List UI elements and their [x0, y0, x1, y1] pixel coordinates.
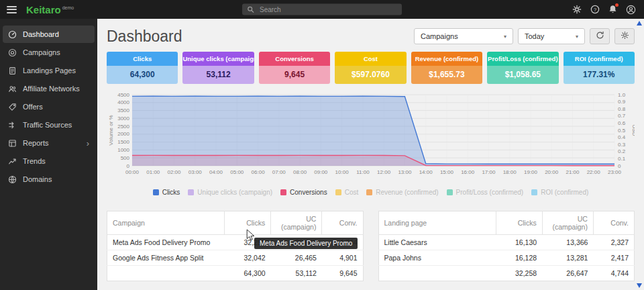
sidebar-item-label: Offers: [23, 103, 43, 111]
campaign-name[interactable]: Google Ads Fitness App Split: [107, 250, 225, 266]
svg-text:15:00: 15:00: [440, 169, 454, 175]
sidebar-item-reports[interactable]: Reports ›: [3, 134, 95, 152]
topbar: Keitarodemo ?: [0, 0, 644, 19]
metric-value: 64,300: [107, 66, 178, 84]
sidebar-item-domains[interactable]: Domains: [3, 171, 95, 188]
help-icon[interactable]: ?: [590, 5, 600, 14]
target-icon: [8, 48, 17, 57]
campaigns-filter-dropdown[interactable]: Campaigns ▾: [414, 28, 513, 44]
table-row[interactable]: Little Caesars 16,130 13,366 2,327: [378, 235, 635, 250]
date-range-dropdown[interactable]: Today ▾: [518, 28, 585, 44]
settings-gear-icon[interactable]: [572, 5, 582, 14]
legend-item-cost[interactable]: Cost: [335, 189, 359, 196]
metric-card-conversions[interactable]: Conversions 9,645: [259, 52, 330, 84]
campaign-name[interactable]: Meta Ads Food Delivery Promo: [107, 235, 225, 250]
svg-text:05:00: 05:00: [230, 169, 244, 175]
metric-card-revenue[interactable]: Revenue (confirmed) $1,655.73: [411, 52, 482, 84]
sidebar-item-trends[interactable]: Trends: [3, 152, 95, 170]
svg-text:500: 500: [121, 155, 130, 161]
metric-card-profit-loss[interactable]: Profit/Loss (confirmed) $1,058.65: [487, 52, 558, 84]
legend-item-unique-clicks[interactable]: Unique clicks (campaign): [188, 189, 272, 196]
report-grid-icon: [8, 139, 17, 148]
svg-text:10:00: 10:00: [335, 169, 350, 175]
svg-text:1.0: 1.0: [618, 92, 626, 98]
svg-text:11:00: 11:00: [356, 169, 370, 175]
main-content: Dashboard Campaigns ▾ Today ▾: [97, 19, 644, 290]
col-uc-campaign[interactable]: UC (campaign): [271, 211, 322, 235]
metric-value: $1,655.73: [411, 66, 482, 84]
users-icon: [8, 85, 17, 93]
scroll-down-arrow[interactable]: [637, 283, 642, 288]
legend-item-revenue[interactable]: Revenue (confirmed): [366, 189, 438, 196]
user-avatar[interactable]: [626, 5, 636, 15]
legend-item-clicks[interactable]: Clicks: [153, 189, 180, 196]
sidebar-item-offers[interactable]: Offers: [3, 98, 95, 115]
svg-text:22:00: 22:00: [587, 169, 601, 175]
landing-name[interactable]: Little Caesars: [378, 235, 496, 250]
sidebar-item-campaigns[interactable]: Campaigns: [3, 44, 95, 61]
brand-logo[interactable]: Keitarodemo: [26, 4, 74, 15]
svg-text:06:00: 06:00: [252, 169, 266, 175]
svg-text:18:00: 18:00: [503, 169, 517, 175]
global-search[interactable]: [242, 4, 402, 15]
legend-swatch: [531, 189, 537, 195]
landings-table-box: Landing page Clicks UC (campaign) Conv. …: [378, 211, 635, 281]
col-uc-campaign[interactable]: UC (campaign): [542, 211, 593, 235]
svg-text:0: 0: [618, 163, 621, 169]
table-row[interactable]: Google Ads Fitness App Split 32,042 26,4…: [107, 250, 364, 266]
svg-text:2500: 2500: [117, 124, 129, 130]
svg-text:07:00: 07:00: [272, 169, 286, 175]
landing-name[interactable]: Papa Johns: [378, 250, 496, 266]
metric-card-clicks[interactable]: Clicks 64,300: [107, 52, 178, 84]
notifications-bell-icon[interactable]: [608, 5, 617, 14]
search-input[interactable]: [258, 5, 397, 14]
col-clicks[interactable]: Clicks: [496, 211, 542, 235]
svg-text:1500: 1500: [117, 139, 129, 145]
scroll-up-arrow[interactable]: [637, 21, 642, 26]
globe-icon: [8, 175, 17, 184]
col-campaign[interactable]: Campaign: [107, 211, 225, 235]
date-range-value: Today: [525, 32, 544, 40]
svg-text:?: ?: [594, 7, 596, 13]
table-row[interactable]: Papa Johns 16,128 13,281 2,417: [378, 250, 635, 266]
col-conv[interactable]: Conv.: [593, 211, 634, 235]
summary-tables: Campaign Clicks UC (campaign) Conv. Meta…: [107, 211, 635, 281]
svg-text:0.5: 0.5: [618, 128, 626, 134]
metric-label: Clicks: [107, 52, 178, 66]
legend-swatch: [366, 189, 372, 195]
dashboard-settings-button[interactable]: [614, 28, 635, 44]
sidebar-item-dashboard[interactable]: Dashboard: [3, 26, 95, 43]
sidebar-item-traffic-sources[interactable]: Traffic Sources: [3, 116, 95, 134]
traffic-chart-svg: 00:0001:0002:0003:0004:0005:0006:0007:00…: [107, 91, 635, 189]
topbar-actions: ?: [572, 5, 636, 15]
trend-line-icon: [8, 157, 17, 166]
metric-card-roi[interactable]: ROI (confirmed) 177.31%: [564, 52, 635, 84]
keitaro-dashboard-page: Keitarodemo ? Dashboar: [0, 0, 644, 290]
svg-text:0.1: 0.1: [618, 156, 626, 162]
svg-text:2000: 2000: [117, 131, 129, 137]
legend-item-profit-loss[interactable]: Profit/Loss (confirmed): [447, 189, 524, 196]
svg-text:00:00: 00:00: [125, 169, 140, 175]
svg-text:Volume or %: Volume or %: [108, 115, 114, 145]
sidebar-item-affiliate-networks[interactable]: Affiliate Networks: [3, 80, 95, 97]
refresh-icon: [596, 30, 604, 42]
col-landing-page[interactable]: Landing page: [378, 211, 496, 235]
metric-card-cost[interactable]: Cost $597.0760: [335, 52, 406, 84]
metric-label: Revenue (confirmed): [411, 52, 482, 66]
svg-text:0.9: 0.9: [618, 99, 626, 105]
svg-text:16:00: 16:00: [461, 169, 475, 175]
sidebar: Dashboard Campaigns Landings Pages Affil…: [0, 19, 97, 290]
sidebar-item-landings-pages[interactable]: Landings Pages: [3, 62, 95, 79]
col-conv[interactable]: Conv.: [322, 211, 363, 235]
menu-toggle-icon[interactable]: [7, 6, 17, 13]
svg-text:3000: 3000: [117, 115, 129, 122]
svg-text:0.6: 0.6: [618, 120, 626, 126]
col-clicks[interactable]: Clicks: [225, 211, 271, 235]
refresh-button[interactable]: [590, 28, 610, 44]
legend-item-roi[interactable]: ROI (confirmed): [531, 189, 588, 196]
sidebar-item-label: Reports: [23, 139, 49, 147]
metric-card-unique-clicks[interactable]: Unique clicks (campaign) 53,112: [182, 52, 254, 84]
svg-text:USD: USD: [631, 125, 635, 136]
legend-item-conversions[interactable]: Conversions: [280, 189, 327, 196]
svg-text:14:00: 14:00: [419, 169, 433, 175]
